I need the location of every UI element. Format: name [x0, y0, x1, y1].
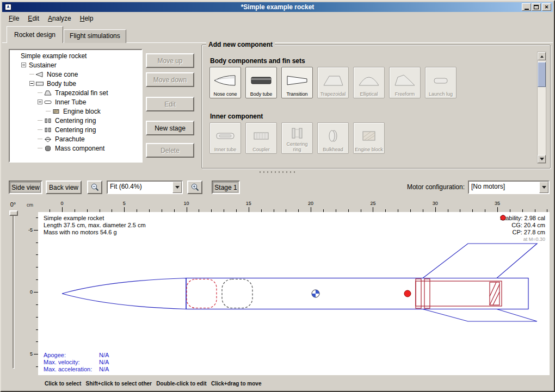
add-coupler-button: Coupler — [245, 122, 277, 154]
cp-symbol — [404, 290, 411, 297]
tree-item[interactable]: Body tube — [10, 79, 141, 88]
tree-item[interactable]: Sustainer — [10, 60, 141, 70]
ruler-tick — [187, 207, 187, 212]
ruler-label: 0 — [25, 289, 33, 295]
rocket-drawing[interactable] — [38, 212, 550, 375]
centering-ring-icon — [44, 127, 53, 133]
menu-item-file[interactable]: File — [4, 13, 23, 24]
rocket-info-block: Simple example rocket Length 37.5 cm, ma… — [44, 215, 146, 236]
ruler-label: 0 — [58, 201, 66, 206]
tab-rocket-design[interactable]: Rocket design — [7, 26, 63, 43]
body-tube-icon — [248, 69, 274, 91]
add-body-tube-button[interactable]: Body tube — [245, 67, 277, 98]
section-row-0: Nose coneBody tubeTransitionTrapezoidalE… — [209, 67, 457, 98]
stage-toggle-button[interactable]: Stage 1 — [212, 181, 240, 194]
side-view-button[interactable]: Side view — [9, 181, 42, 194]
centering-ring-icon — [44, 117, 53, 124]
tree-item[interactable]: Inner Tube — [10, 97, 141, 107]
action-buttons: Move upMove downEditNew stageDelete — [146, 43, 195, 173]
flight-info: Apogee:N/AMax. velocity:N/AMax. accelera… — [44, 352, 109, 373]
rotation-slider-track[interactable] — [13, 213, 15, 369]
tab-flight-simulations[interactable]: Flight simulations — [64, 29, 126, 43]
maximize-button[interactable] — [532, 3, 541, 11]
component-scrollbar[interactable] — [537, 52, 546, 164]
zoom-in-button[interactable] — [187, 181, 202, 194]
flight-value: N/A — [99, 366, 109, 373]
elliptical-icon — [356, 69, 382, 91]
component-button-label: Elliptical — [360, 91, 378, 97]
arrow-up-icon — [540, 55, 544, 58]
close-icon: ✕ — [545, 4, 549, 10]
ruler-tick — [62, 207, 63, 212]
zoom-out-button[interactable] — [87, 181, 102, 194]
zoom-select[interactable]: Fit (60.4%) — [107, 181, 183, 194]
tree-item-label: Centering ring — [53, 126, 97, 134]
ruler-tick — [373, 207, 373, 212]
motor-configuration-select[interactable]: [No motors] — [468, 181, 550, 194]
scroll-up-button[interactable] — [538, 52, 546, 60]
fin-bottom[interactable] — [423, 309, 537, 322]
scrollbar-thumb[interactable] — [538, 62, 546, 87]
tree-line — [38, 92, 42, 93]
back-view-button[interactable]: Back view — [46, 181, 82, 194]
centering-ring-2[interactable] — [424, 279, 430, 308]
tree-item[interactable]: Centering ring — [10, 116, 141, 125]
engine-block-outline[interactable] — [490, 282, 499, 305]
fin-set-icon — [44, 90, 53, 96]
splitter-grip[interactable] — [260, 171, 298, 173]
engine-block-icon — [356, 125, 382, 147]
title-bar[interactable]: *Simple example rocket ✕ — [2, 2, 553, 12]
tree-item-label: Simple example rocket — [19, 52, 88, 60]
tree-item[interactable]: Mass component — [10, 144, 141, 153]
motor-configuration-value: [No motors] — [469, 182, 539, 193]
component-button-label: Body tube — [250, 91, 273, 97]
tree-item[interactable]: Trapezoidal fin set — [10, 88, 141, 97]
tree-expander[interactable] — [38, 99, 42, 104]
ruler-unit-label: cm — [27, 202, 33, 208]
add-transition-button[interactable]: Transition — [281, 67, 313, 98]
tree-item[interactable]: Nose cone — [10, 70, 141, 79]
tree-item-label: Trapezoidal fin set — [53, 89, 110, 97]
tree-item[interactable]: Simple example rocket — [10, 51, 141, 60]
menu-item-help[interactable]: Help — [76, 13, 98, 24]
component-button-label: Trapezoidal — [320, 91, 346, 97]
inner-tube-outline[interactable] — [416, 281, 502, 306]
add-elliptical-button: Elliptical — [353, 67, 385, 98]
tree-item[interactable]: Centering ring — [10, 125, 141, 134]
flight-label: Max. velocity: — [44, 359, 99, 366]
menu-item-analyze[interactable]: Analyze — [44, 13, 76, 24]
parachute-icon — [44, 136, 53, 142]
parachute-outline[interactable] — [187, 279, 217, 308]
arrow-down-icon — [540, 158, 544, 160]
section-row-1: Inner tubeCouplerCentering ringBulkheadE… — [209, 122, 385, 154]
add-nose-cone-button[interactable]: Nose cone — [209, 67, 241, 98]
tree-expander[interactable] — [21, 63, 26, 67]
minimize-button[interactable] — [522, 3, 531, 11]
flight-label: Max. acceleration: — [44, 366, 99, 373]
menu-item-edit[interactable]: Edit — [23, 13, 44, 24]
motor-configuration-label: Motor configuration: — [382, 183, 465, 191]
body-tube-icon — [35, 80, 45, 87]
centering-ring-1[interactable] — [416, 279, 421, 308]
stability-value: Stability: 2.98 cal — [500, 215, 545, 222]
body-tube-outline[interactable] — [186, 278, 528, 309]
zoom-dropdown-arrow[interactable] — [172, 182, 182, 193]
fin-top[interactable] — [423, 244, 537, 278]
scroll-down-button[interactable] — [538, 155, 546, 163]
ruler-label: 10 — [182, 201, 191, 206]
component-tree[interactable]: Simple example rocketSustainerNose coneB… — [9, 49, 143, 163]
add-bulkhead-button: Bulkhead — [317, 122, 349, 154]
tree-item[interactable]: Parachute — [10, 134, 141, 144]
rotation-slider-thumb[interactable] — [9, 210, 18, 216]
mass-component-outline[interactable] — [222, 279, 252, 308]
tree-line — [29, 74, 34, 74]
rocket-view-canvas[interactable]: Simple example rocket Length 37.5 cm, ma… — [38, 212, 550, 375]
nose-cone-outline[interactable] — [62, 278, 186, 309]
close-button[interactable]: ✕ — [542, 3, 551, 11]
tree-expander[interactable] — [29, 81, 34, 86]
motor-dropdown-arrow[interactable] — [539, 182, 548, 193]
tree-item-label: Parachute — [53, 135, 87, 143]
tree-item[interactable]: Engine block — [10, 107, 141, 116]
new-stage-button[interactable]: New stage — [146, 121, 194, 135]
tree-connector — [36, 92, 44, 93]
